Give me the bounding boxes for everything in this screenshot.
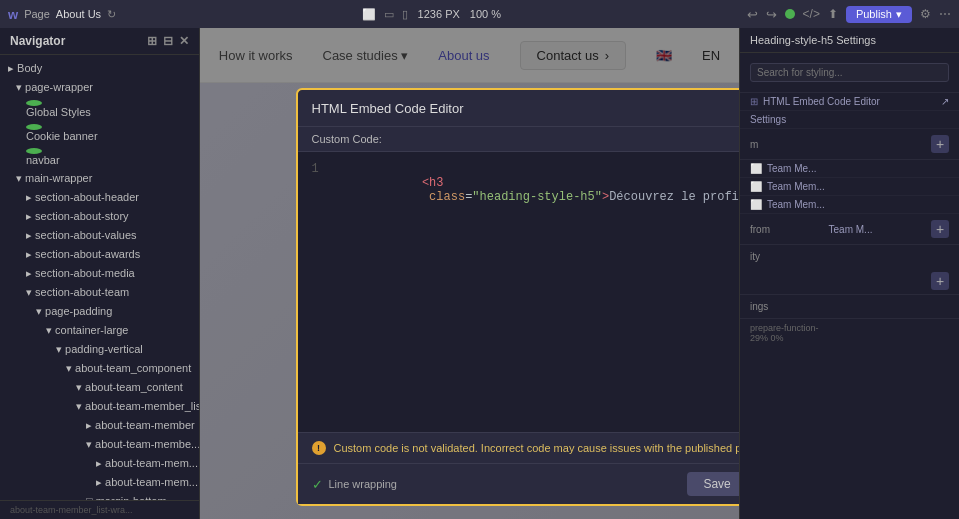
top-bar-right: ↩ ↪ </> ⬆ Publish ▾ ⚙ ⋯ xyxy=(747,6,951,23)
navigator-title: Navigator xyxy=(10,34,65,48)
nav-section-values[interactable]: ▸ section-about-values xyxy=(0,226,199,245)
main-layout: Navigator ⊞ ⊟ ✕ ▸ Body ▾ page-wrapper Gl… xyxy=(0,28,959,519)
settings-icon[interactable]: ⚙ xyxy=(920,7,931,21)
modal-title: HTML Embed Code Editor xyxy=(312,101,464,116)
nav-about-team-mem-1[interactable]: ▸ about-team-mem... xyxy=(0,454,199,473)
resolution: 1236 PX xyxy=(418,8,460,20)
content-area: How it works Case studies ▾ About us Con… xyxy=(200,28,739,519)
share-icon[interactable]: ⬆ xyxy=(828,7,838,21)
team-item-1[interactable]: ⬜ Team Me... xyxy=(740,160,959,178)
more-icon[interactable]: ⋯ xyxy=(939,7,951,21)
zoom: 100 % xyxy=(470,8,501,20)
right-panel-header: Heading-style-h5 Settings xyxy=(740,28,959,53)
nav-cookie-banner[interactable]: Cookie banner xyxy=(0,121,199,145)
ity-section: ity xyxy=(740,245,959,268)
code-line-1: 1 <h3 class="heading-style-h5">Découvrez… xyxy=(298,162,740,218)
external-link-icon: ↗ xyxy=(941,96,949,107)
nav-section-awards[interactable]: ▸ section-about-awards xyxy=(0,245,199,264)
modal-toolbar: Custom Code: + Add Field xyxy=(298,127,740,152)
nav-section-media[interactable]: ▸ section-about-media xyxy=(0,264,199,283)
team-section-label: m xyxy=(750,139,758,150)
add-team-button[interactable]: + xyxy=(931,135,949,153)
line-wrap-toggle[interactable]: ✓ Line wrapping xyxy=(312,477,398,492)
add-ity-button[interactable]: + xyxy=(931,272,949,290)
right-panel-editor-link[interactable]: ⊞ HTML Embed Code Editor ↗ xyxy=(740,93,959,111)
code-editor[interactable]: 1 <h3 class="heading-style-h5">Découvrez… xyxy=(298,152,740,432)
nav-about-team-member-list[interactable]: ▾ about-team-member_list xyxy=(0,397,199,416)
nav-container-large[interactable]: ▾ container-large xyxy=(0,321,199,340)
ity-plus-section: + xyxy=(740,268,959,295)
pin-icon[interactable]: ⊞ xyxy=(147,34,157,48)
editor-link-icon: ⊞ xyxy=(750,96,758,107)
left-panel: Navigator ⊞ ⊟ ✕ ▸ Body ▾ page-wrapper Gl… xyxy=(0,28,200,519)
right-panel-settings-link[interactable]: Settings xyxy=(740,111,959,129)
save-button[interactable]: Save xyxy=(687,472,739,496)
editor-link-label: HTML Embed Code Editor xyxy=(763,96,880,107)
team-label-4: Team M... xyxy=(829,224,873,235)
publish-button[interactable]: Publish ▾ xyxy=(846,6,912,23)
warning-text: Custom code is not validated. Incorrect … xyxy=(334,442,740,454)
top-bar-center: ⬜ ▭ ▯ 1236 PX 100 % xyxy=(362,8,501,21)
nav-section-header[interactable]: ▸ section-about-header xyxy=(0,188,199,207)
team-icon-1: ⬜ xyxy=(750,163,762,174)
navigator-header-icons: ⊞ ⊟ ✕ xyxy=(147,34,189,48)
team-section-header: m + xyxy=(740,129,959,160)
page-label: Page xyxy=(24,8,50,20)
redo-icon[interactable]: ↪ xyxy=(766,7,777,22)
nav-about-team-content[interactable]: ▾ about-team_content xyxy=(0,378,199,397)
nav-section-team[interactable]: ▾ section-about-team xyxy=(0,283,199,302)
chevron-down-icon: ▾ xyxy=(896,8,902,21)
nav-body[interactable]: ▸ Body xyxy=(0,59,199,78)
team-label-1: Team Me... xyxy=(767,163,816,174)
add-bottom-button[interactable]: + xyxy=(931,220,949,238)
nav-about-team-member-1[interactable]: ▸ about-team-member xyxy=(0,416,199,435)
footer-buttons: Save Save & Close xyxy=(687,472,739,496)
nav-page-padding[interactable]: ▾ page-padding xyxy=(0,302,199,321)
settings-link-label: Settings xyxy=(750,114,786,125)
desktop-icon[interactable]: ⬜ xyxy=(362,8,376,21)
team-icon-3: ⬜ xyxy=(750,199,762,210)
navigator-header: Navigator ⊞ ⊟ ✕ xyxy=(0,28,199,55)
mobile-icon[interactable]: ▯ xyxy=(402,8,408,21)
settings-bottom-label: ings xyxy=(750,301,768,312)
nav-section-story[interactable]: ▸ section-about-story xyxy=(0,207,199,226)
tablet-icon[interactable]: ▭ xyxy=(384,8,394,21)
warning-icon: ! xyxy=(312,441,326,455)
line-number: 1 xyxy=(312,162,336,218)
device-icons: ⬜ ▭ ▯ xyxy=(362,8,408,21)
collapse-icon[interactable]: ⊟ xyxy=(163,34,173,48)
nav-page-wrapper[interactable]: ▾ page-wrapper xyxy=(0,78,199,97)
modal-footer: ✓ Line wrapping Save Save & Close xyxy=(298,463,740,504)
webflow-logo: w xyxy=(8,7,18,22)
checkmark-icon: ✓ xyxy=(312,477,323,492)
nav-main-wrapper[interactable]: ▾ main-wrapper xyxy=(0,169,199,188)
nav-margin-bottom-1[interactable]: □ margin-bottom xyxy=(0,492,199,500)
custom-code-label: Custom Code: xyxy=(312,133,382,145)
right-panel-search xyxy=(740,53,959,93)
nav-about-team-component[interactable]: ▾ about-team_component xyxy=(0,359,199,378)
nav-footer-hint: about-team-member_list-wra... xyxy=(0,500,199,519)
settings-bottom-section: ings xyxy=(740,295,959,319)
top-bar: w Page About Us ↻ ⬜ ▭ ▯ 1236 PX 100 % ↩ … xyxy=(0,0,959,28)
refresh-icon[interactable]: ↻ xyxy=(107,8,116,21)
nav-global-styles[interactable]: Global Styles xyxy=(0,97,199,121)
undo-icon[interactable]: ↩ xyxy=(747,7,758,22)
team-item-3[interactable]: ⬜ Team Mem... xyxy=(740,196,959,214)
bottom-section-header: from Team M... + xyxy=(740,214,959,245)
team-label-2: Team Mem... xyxy=(767,181,825,192)
code-content: <h3 class="heading-style-h5">Découvrez l… xyxy=(336,162,740,218)
nav-tree: ▸ Body ▾ page-wrapper Global Styles Cook… xyxy=(0,55,199,500)
nav-about-team-mem-2[interactable]: ▸ about-team-mem... xyxy=(0,473,199,492)
code-icon[interactable]: </> xyxy=(803,7,820,21)
modal-header: HTML Embed Code Editor ⤢ ✕ xyxy=(298,90,740,127)
close-nav-icon[interactable]: ✕ xyxy=(179,34,189,48)
team-label-3: Team Mem... xyxy=(767,199,825,210)
nav-navbar[interactable]: navbar xyxy=(0,145,199,169)
html-embed-modal: HTML Embed Code Editor ⤢ ✕ Custom Code: … xyxy=(296,88,740,506)
team-item-2[interactable]: ⬜ Team Mem... xyxy=(740,178,959,196)
search-input[interactable] xyxy=(750,63,949,82)
nav-about-team-member-2[interactable]: ▾ about-team-membe... xyxy=(0,435,199,454)
nav-padding-vertical[interactable]: ▾ padding-vertical xyxy=(0,340,199,359)
from-label: from xyxy=(750,224,770,235)
right-panel-title: Heading-style-h5 Settings xyxy=(750,34,876,46)
